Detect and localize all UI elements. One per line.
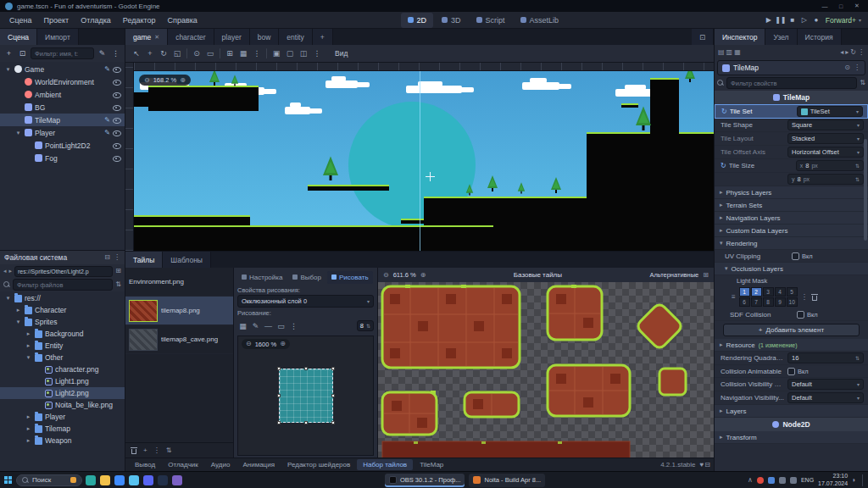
texture-list-item[interactable]: tilemap8.png [125, 297, 233, 325]
revert-property-icon[interactable]: ↻ [721, 162, 726, 169]
close-button[interactable]: ✕ [851, 1, 863, 11]
tool-icon[interactable] [186, 48, 187, 58]
collision-animatable-checkbox[interactable] [787, 368, 795, 375]
paint-more-icon[interactable]: ⋮ [288, 320, 299, 331]
group-layers[interactable]: ▸ Layers [715, 405, 868, 418]
chevron-icon[interactable] [25, 437, 32, 444]
workspace-3d[interactable]: 3D [435, 13, 468, 28]
alternative-tiles-label[interactable]: Альтернативные [649, 271, 698, 279]
chevron-icon[interactable] [25, 354, 32, 361]
unlock-icon[interactable]: ▢ [283, 47, 297, 60]
select-tool-icon[interactable]: ↖ [130, 47, 143, 60]
paint-mode-tab[interactable]: Рисовать [327, 271, 373, 284]
file-filter-input[interactable] [13, 279, 113, 291]
scene-tree-row[interactable]: Ambient ✎ [0, 88, 125, 101]
tile-shape-select[interactable]: Square▾ [787, 119, 864, 130]
object-history-icon[interactable]: ↻ [850, 49, 856, 56]
scene-filter-input[interactable] [31, 47, 94, 59]
start-button-icon[interactable] [4, 476, 13, 485]
layer-menu-icon[interactable]: ⋮ [801, 294, 808, 301]
file-tree-row[interactable]: Noita_be_like.png [0, 399, 125, 411]
scene-tree-row[interactable]: WorldEnvironment ✎ [0, 75, 125, 88]
file-tree-row[interactable]: Light1.png [0, 375, 125, 387]
stepper-icon[interactable]: ⇅ [366, 323, 370, 329]
edited-object-row[interactable]: TileMap ⊙ ⋮ [717, 60, 865, 75]
collision-visibility-select[interactable]: Default▾ [787, 379, 864, 390]
taskbar-search[interactable]: Поиск [16, 474, 82, 486]
light-mask-bit[interactable]: 9 [775, 297, 786, 307]
property-group[interactable]: ▸ Physics Layers [715, 186, 868, 199]
delete-texture-icon[interactable] [131, 447, 137, 454]
scale-tool-icon[interactable]: ◱ [170, 47, 184, 60]
chevron-icon[interactable] [25, 342, 32, 349]
paint-rect-icon[interactable]: ▭ [275, 320, 287, 331]
file-tree-row[interactable]: res:// [0, 292, 125, 304]
prop-tile-set[interactable]: ↻ Tile Set TileSet▾ [715, 104, 868, 119]
scene-tab[interactable]: player ✕ [214, 29, 250, 45]
file-tree-row[interactable]: Character [0, 304, 125, 316]
tile-paint-preview[interactable]: ⊖ 1600 % ⊕ [237, 336, 374, 456]
history-forward-icon[interactable]: ▸ [845, 49, 849, 56]
brush-size-spinner[interactable]: 8 ⇅ [357, 320, 374, 331]
file-tree-row[interactable]: Tilemap [0, 423, 125, 435]
tool-icon[interactable] [266, 48, 267, 58]
volume-icon[interactable] [790, 477, 797, 484]
scene-tree-row[interactable]: TileMap ✎ [0, 114, 125, 126]
object-menu-icon[interactable]: ⋮ [854, 64, 860, 71]
chevron-icon[interactable] [25, 330, 32, 337]
script-icon[interactable]: ✎ [104, 116, 110, 124]
bottom-panel-toggle[interactable]: Набор тайлов [357, 459, 413, 470]
visibility-eye-icon[interactable] [113, 154, 121, 163]
pivot-tool-icon[interactable]: ⊙ [190, 47, 203, 60]
sdf-collision-checkbox[interactable] [797, 311, 804, 319]
movie-mode-button[interactable]: ● [810, 16, 822, 24]
extra-tools-icon[interactable]: ⊙ [844, 64, 850, 71]
sort-textures-icon[interactable]: ⇅ [166, 447, 172, 454]
rendering-quadrant-spinner[interactable]: 16⇅ [787, 352, 864, 363]
revert-property-icon[interactable]: ↻ [721, 108, 727, 115]
light-mask-bit[interactable]: 3 [763, 287, 774, 297]
scene-tab[interactable]: character ✕ [168, 29, 214, 45]
workspace-2d[interactable]: 2D [401, 13, 434, 28]
notifications-icon[interactable]: ◗ [852, 477, 856, 484]
visibility-eye-icon[interactable] [113, 141, 121, 150]
workspace-assetlib[interactable]: AssetLib [514, 13, 566, 28]
file-tree-row[interactable]: Background [0, 328, 125, 340]
donate-icon[interactable]: ♥ [700, 462, 704, 469]
delete-layer-icon[interactable] [811, 294, 818, 301]
zoom-out-icon[interactable]: ⊖ [144, 76, 150, 84]
pause-button[interactable]: ❚❚ [775, 16, 787, 24]
play-button[interactable]: ▶ [763, 16, 775, 24]
filesystem-split-icon[interactable]: ⊟ [104, 254, 110, 261]
tool-icon[interactable] [220, 48, 220, 58]
steam-app-icon[interactable] [158, 475, 168, 485]
save-resource-icon[interactable]: ▦ [734, 49, 741, 56]
zoom-in-icon[interactable]: ⊕ [280, 341, 286, 347]
misc-app-icon[interactable] [172, 475, 182, 485]
zoom-out-icon[interactable]: ⊖ [246, 341, 252, 347]
add-texture-icon[interactable]: + [143, 447, 147, 454]
light-mask-bit[interactable]: 6 [739, 297, 750, 307]
add-node-button[interactable]: + [3, 48, 14, 59]
bottom-panel-toggle[interactable]: Отладчик [162, 459, 204, 470]
property-group[interactable]: ▸ Custom Data Layers [715, 225, 868, 237]
renderer-select[interactable]: Forward+ ▾ [826, 16, 865, 25]
menu-item[interactable]: Проект [38, 16, 75, 25]
property-group[interactable]: ▸ Terrain Sets [715, 199, 868, 212]
tile-layout-select[interactable]: Stacked▾ [787, 133, 864, 144]
light-mask-bit[interactable]: 5 [787, 287, 798, 297]
panel-tab[interactable]: Тайлы [125, 252, 163, 268]
add-element-button[interactable]: + Добавить элемент [723, 324, 860, 336]
zoom-in-icon[interactable]: ⊕ [420, 272, 426, 279]
paint-line-icon[interactable]: — [263, 320, 274, 331]
bottom-panel-toggle[interactable]: Редактор шейдеров [281, 459, 356, 470]
scene-tree-options-icon[interactable]: ⋮ [110, 48, 121, 59]
tile-set-value[interactable]: TileSet▾ [797, 106, 863, 117]
language-indicator[interactable]: ENG [801, 477, 814, 483]
ruler-tool-icon[interactable]: ▭ [203, 47, 217, 60]
network-icon[interactable] [779, 477, 786, 484]
menu-item[interactable]: Редактор [117, 16, 162, 25]
zoom-out-icon[interactable]: ⊖ [383, 272, 389, 279]
dock-tab[interactable]: Импорт [37, 29, 79, 45]
light-mask-bit[interactable]: 1 [739, 287, 750, 297]
